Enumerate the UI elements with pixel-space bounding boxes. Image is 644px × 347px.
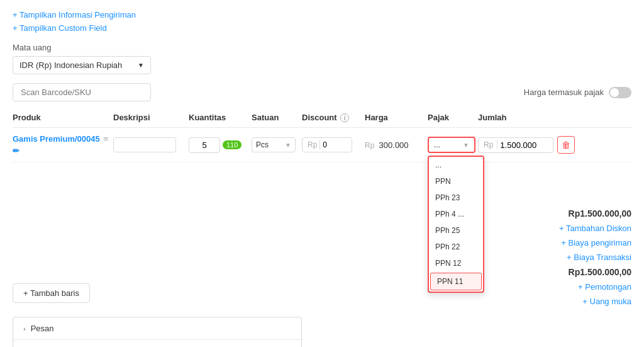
jumlah-input[interactable] xyxy=(500,140,550,150)
pajak-option-ppn11[interactable]: PPN 11 xyxy=(430,273,482,290)
col-header-satuan: Satuan xyxy=(252,113,302,122)
harga-value: Rp 300.000 xyxy=(365,140,409,150)
product-name-link[interactable]: Gamis Premium/00045 xyxy=(13,134,100,144)
qty-badge: 110 xyxy=(223,140,242,149)
biaya-transaksi-link[interactable]: + Biaya Transaksi xyxy=(567,253,631,262)
col-header-deskripsi: Deskripsi xyxy=(113,113,189,122)
biaya-pengiriman-link[interactable]: + Biaya pengiriman xyxy=(561,238,631,247)
currency-value: IDR (Rp) Indonesian Rupiah xyxy=(19,60,122,70)
delete-row-button[interactable]: 🗑 xyxy=(557,136,575,154)
satuan-chevron-icon: ▼ xyxy=(285,142,291,149)
pajak-selected-value: ... xyxy=(434,140,440,149)
discount-info-icon: i xyxy=(340,113,349,122)
satuan-value: Pcs xyxy=(256,140,269,149)
discount-input[interactable] xyxy=(323,140,348,149)
list-icon: ≡ xyxy=(104,134,109,144)
pajak-select[interactable]: ... ▼ xyxy=(428,137,475,153)
add-row-button[interactable]: + Tambah baris xyxy=(13,283,90,303)
scan-input[interactable] xyxy=(13,83,151,101)
currency-select[interactable]: IDR (Rp) Indonesian Rupiah ▼ xyxy=(13,56,151,74)
jumlah-field[interactable]: Rp xyxy=(478,137,553,153)
subtotal-amount: Rp1.500.000,00 xyxy=(569,208,631,219)
pajak-option-pph22[interactable]: PPh 22 xyxy=(429,239,483,255)
collapsible-list: › Pesan › Attachment › Payment Connect xyxy=(13,317,302,347)
col-header-pajak: Pajak xyxy=(428,113,478,122)
total-amount: Rp1.500.000,00 xyxy=(569,267,631,277)
collapsible-attachment[interactable]: › Attachment xyxy=(13,340,301,347)
pajak-option-ppn12[interactable]: PPN 12 xyxy=(429,255,483,271)
pajak-chevron-icon: ▼ xyxy=(463,142,469,149)
chevron-pesan-icon: › xyxy=(23,325,26,333)
pajak-option-pph25[interactable]: PPh 25 xyxy=(429,222,483,239)
harga-termasuk-pajak-toggle[interactable] xyxy=(609,87,631,98)
col-header-jumlah: Jumlah xyxy=(478,113,631,122)
table-row: Gamis Premium/00045 ≡ ✏ 110 Pcs ▼ xyxy=(13,128,631,162)
jumlah-prefix: Rp xyxy=(484,140,497,149)
toggle-label: Harga termasuk pajak xyxy=(524,88,604,97)
collapsible-pesan[interactable]: › Pesan xyxy=(13,317,301,340)
tambahan-diskon-link[interactable]: + Tambahan Diskon xyxy=(559,224,631,233)
chevron-down-icon: ▼ xyxy=(138,62,144,69)
harga-prefix: Rp xyxy=(365,141,374,150)
uang-muka-link[interactable]: + Uang muka xyxy=(582,297,631,306)
pemotongan-link[interactable]: + Pemotongan xyxy=(578,282,631,292)
pajak-option-ppn[interactable]: PPN xyxy=(429,173,483,190)
satuan-select[interactable]: Pcs ▼ xyxy=(252,137,296,152)
pajak-dropdown: ... PPN PPh 23 PPh 4 ... PPh 25 PPh 22 P… xyxy=(428,156,484,293)
col-header-kuantitas: Kuantitas xyxy=(189,113,252,122)
description-input[interactable] xyxy=(113,137,176,152)
discount-field[interactable]: Rp xyxy=(302,137,352,152)
show-shipping-link[interactable]: + Tampilkan Informasi Pengiriman xyxy=(13,10,631,20)
col-header-discount: Discount i xyxy=(302,113,365,122)
col-header-harga: Harga xyxy=(365,113,428,122)
show-custom-field-link[interactable]: + Tampilkan Custom Field xyxy=(13,23,631,33)
quantity-input[interactable] xyxy=(189,137,220,153)
col-header-produk: Produk xyxy=(13,113,113,122)
summary-panel: Rp1.500.000,00 + Tambahan Diskon + Biaya… xyxy=(506,208,631,306)
pajak-option-0[interactable]: ... xyxy=(429,157,483,173)
pajak-option-pph23[interactable]: PPh 23 xyxy=(429,190,483,206)
discount-prefix: Rp xyxy=(308,140,320,149)
harga-amount: 300.000 xyxy=(379,140,409,150)
toggle-knob xyxy=(610,88,619,97)
pajak-option-pph4[interactable]: PPh 4 ... xyxy=(429,206,483,222)
product-edit-icon[interactable]: ✏ xyxy=(13,146,113,156)
currency-label: Mata uang xyxy=(13,43,631,52)
collapsible-pesan-label: Pesan xyxy=(31,324,54,333)
